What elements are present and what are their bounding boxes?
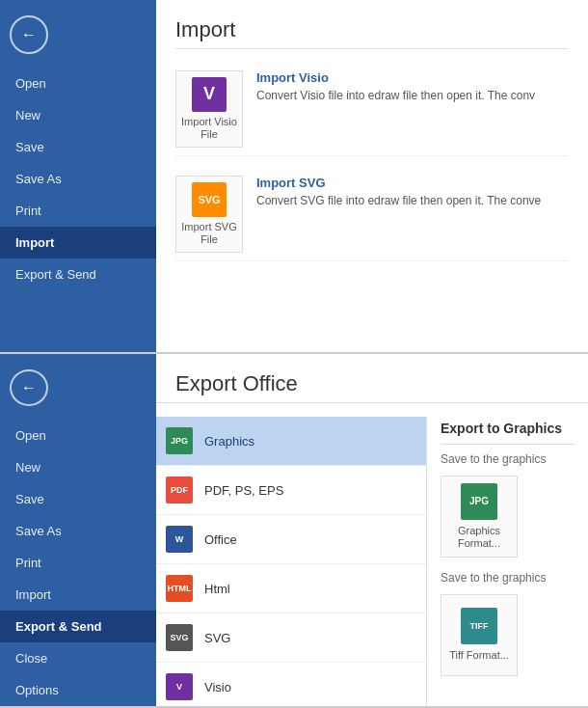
export-item-office-label: Office [204, 532, 237, 547]
sidebar-item-saveas-top[interactable]: Save As [0, 163, 156, 195]
import-svg-title: Import SVG [256, 176, 541, 190]
sidebar-item-new-bot[interactable]: New [0, 451, 156, 483]
export-save-text-1: Save to the graphics [441, 452, 575, 466]
import-svg-description: Convert SVG file into edraw file then op… [256, 193, 541, 209]
tiff-format-label: Tiff Format... [449, 649, 509, 662]
graphics-format-label: Graphics Format... [441, 525, 517, 550]
jpg-icon: JPG [166, 427, 193, 454]
import-visio-description: Convert Visio file into edraw file then … [256, 88, 535, 104]
svg-icon: SVG [192, 182, 227, 217]
import-visio-icon-box: V Import Visio File [175, 70, 243, 148]
import-main: Import V Import Visio File Import Visio … [156, 0, 588, 352]
export-to-graphics-title: Export to Graphics [441, 417, 575, 436]
sidebar-item-print-bot[interactable]: Print [0, 547, 156, 579]
divider-1 [441, 444, 575, 445]
sidebar-item-save-top[interactable]: Save [0, 131, 156, 163]
export-item-svg[interactable]: SVG SVG [156, 613, 426, 663]
tiff-format-card[interactable]: TIFF Tiff Format... [441, 594, 518, 676]
svg-export-icon: SVG [166, 624, 193, 651]
export-item-graphics[interactable]: JPG Graphics [156, 417, 426, 466]
export-item-html[interactable]: HTML Html [156, 564, 426, 613]
export-main: Export Office JPG Graphics PDF PDF, PS, … [156, 354, 588, 706]
import-svg-card[interactable]: SVG Import SVG File Import SVG Convert S… [175, 168, 569, 261]
tiff-format-icon: TIFF [461, 608, 497, 644]
import-visio-card-label: Import Visio File [176, 116, 242, 141]
sidebar-item-exportsend-bot[interactable]: Export & Send [0, 611, 156, 642]
app-container: ← Open New Save Save As Print Import Exp… [0, 0, 588, 708]
import-svg-icon-box: SVG Import SVG File [175, 176, 243, 253]
import-back-button[interactable]: ← [10, 15, 48, 54]
import-visio-desc: Import Visio Convert Visio file into edr… [256, 70, 535, 104]
import-svg-desc: Import SVG Convert SVG file into edraw f… [256, 176, 541, 209]
export-title: Export Office [156, 371, 588, 403]
export-save-text-2: Save to the graphics [441, 571, 575, 585]
import-title: Import [175, 17, 569, 49]
sidebar-item-open-bot[interactable]: Open [0, 420, 156, 451]
visio-icon: V [192, 77, 227, 112]
sidebar-item-open-top[interactable]: Open [0, 68, 156, 99]
export-item-pdf[interactable]: PDF PDF, PS, EPS [156, 466, 426, 515]
export-item-visio[interactable]: V Visio [156, 663, 426, 706]
sidebar-item-options-bot[interactable]: Options [0, 674, 156, 706]
html-icon: HTML [166, 575, 193, 602]
export-sidebar: ← Open New Save Save As Print Import Exp… [0, 354, 156, 706]
pdf-icon: PDF [166, 477, 193, 504]
export-item-graphics-label: Graphics [204, 434, 254, 449]
export-list-panel: JPG Graphics PDF PDF, PS, EPS W [156, 417, 426, 706]
sidebar-item-new-top[interactable]: New [0, 99, 156, 131]
export-layout: JPG Graphics PDF PDF, PS, EPS W [156, 417, 588, 706]
graphics-format-card[interactable]: JPG Graphics Format... [441, 476, 518, 558]
export-item-visio-label: Visio [204, 680, 231, 694]
export-item-pdf-label: PDF, PS, EPS [204, 483, 283, 498]
export-right-panel: Export to Graphics Save to the graphics … [426, 417, 588, 706]
import-visio-title: Import Visio [256, 70, 535, 85]
export-back-button[interactable]: ← [10, 369, 48, 406]
import-sidebar: ← Open New Save Save As Print Import Exp… [0, 0, 156, 352]
word-icon: W [166, 526, 193, 553]
sidebar-item-save-bot[interactable]: Save [0, 483, 156, 515]
graphics-format-icon: JPG [461, 483, 497, 520]
sidebar-item-print-top[interactable]: Print [0, 195, 156, 227]
import-svg-card-label: Import SVG File [176, 221, 242, 246]
sidebar-item-close-bot[interactable]: Close [0, 642, 156, 674]
import-visio-card[interactable]: V Import Visio File Import Visio Convert… [175, 63, 569, 156]
export-item-html-label: Html [204, 582, 230, 596]
export-section: ← Open New Save Save As Print Import Exp… [0, 354, 588, 708]
sidebar-item-exportsend-top[interactable]: Export & Send [0, 259, 156, 290]
export-item-office[interactable]: W Office [156, 515, 426, 564]
sidebar-item-import-top[interactable]: Import [0, 227, 156, 259]
sidebar-item-saveas-bot[interactable]: Save As [0, 515, 156, 547]
visio-export-icon: V [166, 673, 193, 700]
sidebar-item-import-bot[interactable]: Import [0, 579, 156, 611]
export-item-svg-label: SVG [204, 631, 230, 645]
import-section: ← Open New Save Save As Print Import Exp… [0, 0, 588, 354]
